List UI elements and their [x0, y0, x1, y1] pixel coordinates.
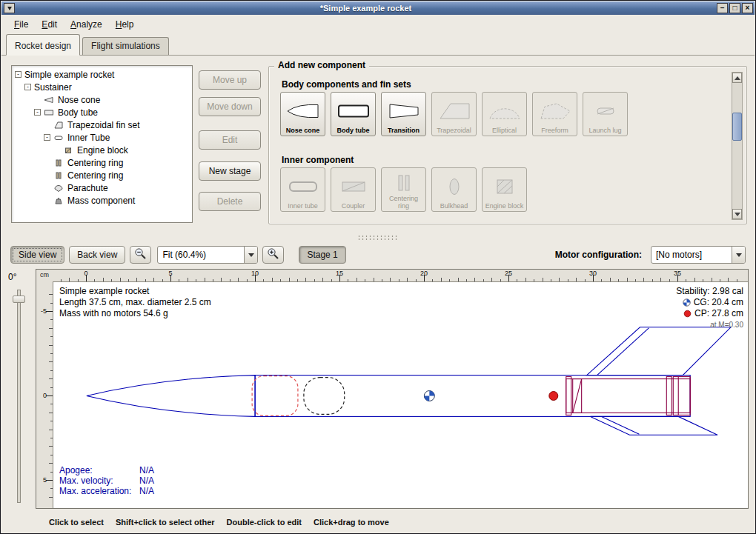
- tree-item-label: Centering ring: [67, 170, 123, 181]
- cp-marker[interactable]: [549, 392, 558, 401]
- tree-expander-icon[interactable]: [24, 84, 31, 90]
- tree-item-centering-ring[interactable]: Centering ring: [12, 169, 192, 181]
- add-bulkhead-button: Bulkhead: [431, 167, 477, 212]
- fin-upper-edge: [597, 328, 649, 376]
- tree-expander-icon[interactable]: [34, 109, 41, 116]
- ruler-unit-label: cm: [36, 270, 53, 281]
- component-button-label: Bulkhead: [440, 202, 468, 210]
- fin-lower-shape[interactable]: [591, 416, 717, 435]
- motor-configuration-value[interactable]: [No motors]: [651, 247, 732, 263]
- centeringring-icon: [382, 170, 425, 195]
- flight-info-value: N/A: [139, 475, 154, 486]
- tree-action-buttons: Move up Move down Edit New stage Delete: [199, 66, 261, 211]
- cg-marker[interactable]: [424, 391, 434, 401]
- cg-value: CG: 20.4 cm: [694, 297, 743, 308]
- add-centering-ring-button: Centering ring: [381, 167, 426, 212]
- edit-button[interactable]: Edit: [199, 130, 261, 150]
- rocket-name: Simple example rocket: [59, 286, 211, 297]
- rotation-slider[interactable]: [17, 290, 21, 503]
- horizontal-splitter[interactable]: [1, 233, 755, 242]
- titlebar[interactable]: *Simple example rocket: [1, 1, 755, 15]
- centering-ring-front-shape[interactable]: [566, 377, 571, 415]
- rocket-drawing[interactable]: Simple example rocket Length 37.5 cm, ma…: [53, 281, 748, 508]
- nose-cone-shape[interactable]: [87, 376, 255, 417]
- body-tube-shape[interactable]: [255, 376, 690, 417]
- side-view-button[interactable]: Side view: [10, 246, 64, 264]
- tree-item-centering-ring[interactable]: Centering ring: [12, 156, 192, 169]
- move-down-button[interactable]: Move down: [199, 97, 261, 116]
- ruler-tick-label: -5: [41, 307, 47, 315]
- tree-expander-icon[interactable]: [44, 134, 50, 141]
- centeringring-icon: [53, 159, 64, 167]
- minimize-button[interactable]: [717, 3, 728, 13]
- flight-info-row: Apogee:N/A: [59, 465, 154, 475]
- elliptical-icon: [483, 95, 525, 127]
- tree-item-simple-example-rocket[interactable]: Simple example rocket: [12, 68, 192, 81]
- parachute-shape[interactable]: [252, 376, 298, 416]
- scroll-down-icon[interactable]: [732, 209, 742, 219]
- tree-item-trapezoidal-fin-set[interactable]: Trapezoidal fin set: [12, 119, 192, 131]
- tree-item-mass-component[interactable]: Mass component: [12, 194, 192, 207]
- window-menu-icon[interactable]: [4, 3, 15, 13]
- tree-item-parachute[interactable]: Parachute: [12, 181, 192, 194]
- tab-rocket-design[interactable]: Rocket design: [6, 34, 80, 56]
- component-button-label: Launch lug: [588, 127, 621, 134]
- delete-button[interactable]: Delete: [199, 192, 261, 211]
- tree-item-inner-tube[interactable]: Inner Tube: [12, 131, 192, 144]
- maximize-button[interactable]: [729, 3, 740, 13]
- component-panel-scrollbar[interactable]: [732, 72, 743, 220]
- component-tree[interactable]: Simple example rocketSustainerNose coneB…: [11, 65, 193, 223]
- menu-help[interactable]: Help: [109, 17, 141, 32]
- zoom-combobox[interactable]: Fit (60.4%): [157, 246, 258, 264]
- menu-analyze[interactable]: Analyze: [64, 17, 109, 32]
- tree-item-label: Mass component: [67, 196, 135, 206]
- centering-ring-rear-shape[interactable]: [666, 377, 672, 415]
- inner-component-buttons: Inner tubeCouplerCentering ringBulkheadE…: [280, 167, 527, 212]
- chevron-down-icon[interactable]: [244, 247, 257, 263]
- zoom-value[interactable]: Fit (60.4%): [158, 247, 244, 263]
- add-body-tube-button[interactable]: Body tube: [331, 92, 376, 136]
- mass-component-shape[interactable]: [304, 378, 345, 415]
- menu-edit[interactable]: Edit: [35, 17, 64, 32]
- rotation-slider-thumb[interactable]: [13, 296, 25, 303]
- menu-file[interactable]: File: [7, 17, 35, 32]
- horizontal-ruler: 05101520253035: [53, 270, 748, 281]
- tree-expander-icon[interactable]: [15, 71, 21, 78]
- motor-configuration-combobox[interactable]: [No motors]: [651, 246, 746, 264]
- add-nose-cone-button[interactable]: Nose cone: [280, 92, 325, 136]
- tree-item-engine-block[interactable]: Engine block: [12, 144, 192, 156]
- close-button[interactable]: [742, 3, 753, 13]
- motor-mount-rear-shape[interactable]: [673, 377, 690, 415]
- tree-item-label: Inner Tube: [67, 133, 110, 143]
- zoom-in-button[interactable]: [262, 246, 284, 264]
- tree-item-label: Body tube: [58, 107, 98, 118]
- component-button-label: Coupler: [342, 202, 365, 210]
- stage-1-toggle[interactable]: Stage 1: [299, 246, 345, 264]
- fin-upper-shape[interactable]: [587, 327, 731, 376]
- design-panel: Simple example rocketSustainerNose coneB…: [1, 56, 755, 233]
- zoom-out-button[interactable]: [130, 246, 151, 264]
- app-window: *Simple example rocket FileEditAnalyzeHe…: [0, 0, 756, 534]
- back-view-button[interactable]: Back view: [69, 246, 125, 264]
- tree-item-body-tube[interactable]: Body tube: [12, 106, 192, 119]
- scroll-up-icon[interactable]: [732, 73, 742, 83]
- tree-item-sustainer[interactable]: Sustainer: [12, 81, 192, 93]
- tab-flight-simulations[interactable]: Flight simulations: [82, 37, 169, 55]
- tree-item-nose-cone[interactable]: Nose cone: [12, 93, 192, 106]
- tree-item-label: Simple example rocket: [24, 70, 114, 80]
- stability-value: Stability: 2.98 cal: [676, 286, 743, 297]
- flight-data-summary: Apogee:N/AMax. velocity:N/AMax. accelera…: [59, 465, 154, 496]
- move-up-button[interactable]: Move up: [199, 70, 261, 90]
- mass-icon: [53, 197, 64, 204]
- engineblock-icon: [63, 147, 74, 154]
- scrollbar-thumb[interactable]: [732, 113, 742, 141]
- statusbar: Click to selectShift+click to select oth…: [1, 510, 755, 533]
- rotation-angle-label: 0°: [8, 272, 16, 282]
- chevron-down-icon[interactable]: [732, 247, 745, 263]
- new-stage-button[interactable]: New stage: [199, 161, 261, 181]
- add-transition-button[interactable]: Transition: [381, 92, 426, 136]
- component-button-label: Nose cone: [286, 127, 320, 134]
- status-hint: Click+drag to move: [314, 518, 389, 527]
- ruler-tick-label: 25: [505, 270, 512, 277]
- innertube-icon: [282, 170, 324, 202]
